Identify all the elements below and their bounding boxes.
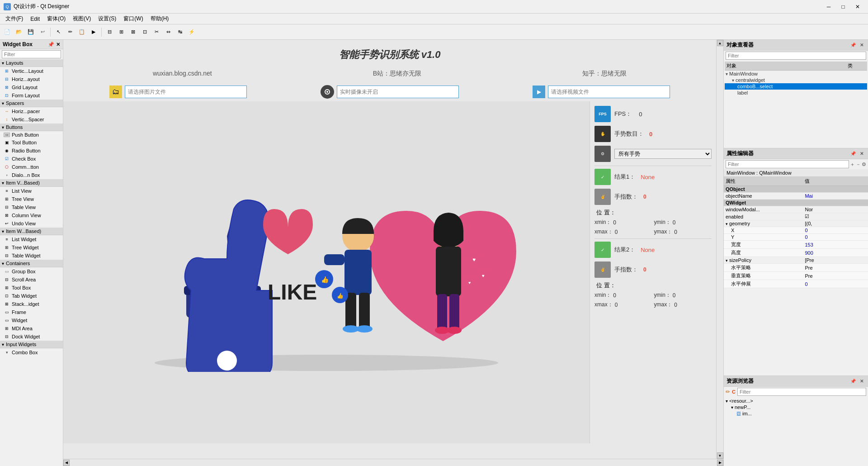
widget-mdi-area[interactable]: ⊞ MDI Area <box>0 324 63 333</box>
gesture-type-select[interactable]: 所有手势 <box>614 149 712 159</box>
widget-tool-box[interactable]: ⊞ Tool Box <box>0 284 63 292</box>
category-spacers[interactable]: Spacers <box>0 100 63 107</box>
prop-row-objectname[interactable]: objectName Mai <box>724 193 868 200</box>
camera-status-input[interactable] <box>337 86 459 98</box>
tree-row-label[interactable]: label <box>725 90 867 96</box>
widget-stacked-widget[interactable]: ⊠ Stack...idget <box>0 300 63 308</box>
widget-scroll-area[interactable]: ⊟ Scroll Area <box>0 276 63 284</box>
object-inspector-filter-input[interactable] <box>726 52 866 60</box>
category-item-widgets[interactable]: Item W...Based) <box>0 228 63 235</box>
widget-form-layout[interactable]: ⊡ Form Layout <box>0 91 63 100</box>
tb-signals[interactable]: ⚡ <box>186 27 197 38</box>
video-select-button[interactable]: ▶ <box>533 86 545 98</box>
tb-widget-edit[interactable]: ✏ <box>65 27 75 38</box>
property-remove-icon[interactable]: － <box>856 161 861 168</box>
widget-undo-view[interactable]: ↩ Undo View <box>0 219 63 228</box>
menu-window[interactable]: 窗口(W) <box>120 14 146 24</box>
widget-dialog-button[interactable]: ▫ Dialo...n Box <box>0 171 63 179</box>
tb-adjust[interactable]: ⇔ <box>163 27 174 38</box>
prop-row-geometry[interactable]: ▾ geometry [(0, <box>724 220 868 227</box>
widget-horiz-layout[interactable]: ⊟ Horiz...ayout <box>0 75 63 83</box>
widget-dock-widget[interactable]: ⊟ Dock Widget <box>0 333 63 341</box>
maximize-button[interactable]: □ <box>836 2 850 11</box>
property-add-icon[interactable]: ＋ <box>850 161 855 168</box>
widget-box-filter-input[interactable] <box>2 50 61 58</box>
widget-grid-layout[interactable]: ⊠ Grid Layout <box>0 83 63 91</box>
tree-row-combob[interactable]: comboB...select <box>725 83 867 90</box>
form-canvas[interactable]: 智能手势识别系统 v1.0 wuxian.blog.csdn.net B站：思绪… <box>63 40 716 459</box>
prop-row-windowmodal[interactable]: windowModal... Nor <box>724 206 868 213</box>
widget-horiz-spacer[interactable]: ↔ Horiz...pacer <box>0 107 63 115</box>
resource-tree-im[interactable]: 🖼 im... <box>725 410 867 417</box>
category-buttons[interactable]: Buttons <box>0 124 63 131</box>
tb-save[interactable]: 💾 <box>25 27 36 38</box>
menu-settings[interactable]: 设置(S) <box>94 14 120 24</box>
property-editor-close-icon[interactable]: ✕ <box>858 150 865 157</box>
menu-view[interactable]: 视图(V) <box>69 14 94 24</box>
widget-group-box[interactable]: ▭ Group Box <box>0 267 63 276</box>
widget-combo-box[interactable]: ▾ Combo Box <box>0 348 63 357</box>
menu-form[interactable]: 窗体(O) <box>43 14 69 24</box>
tb-vlayout[interactable]: ⊞ <box>116 27 127 38</box>
prop-row-x[interactable]: X 0 <box>724 227 868 234</box>
widget-box-pin-icon[interactable]: 📌 <box>48 42 54 48</box>
minimize-button[interactable]: ─ <box>822 2 835 11</box>
widget-column-view[interactable]: ⊠ Column View <box>0 211 63 219</box>
widget-frame[interactable]: ▭ Frame <box>0 308 63 316</box>
prop-row-hpolicy[interactable]: 水平策略 Pre <box>724 264 868 272</box>
prop-row-height[interactable]: 高度 900 <box>724 249 868 257</box>
widget-tool-button[interactable]: ▣ Tool Button <box>0 138 63 147</box>
tb-break[interactable]: ✂ <box>151 27 162 38</box>
prop-row-vpolicy[interactable]: 垂直策略 Pre <box>724 272 868 280</box>
object-inspector-close-icon[interactable]: ✕ <box>858 42 865 49</box>
image-select-button[interactable]: 🗂 <box>109 86 122 98</box>
category-containers[interactable]: Containers <box>0 260 63 267</box>
scroll-right-btn[interactable]: ▶ <box>717 460 723 466</box>
widget-tree-widget[interactable]: ⊞ Tree Widget <box>0 243 63 252</box>
object-inspector-float-icon[interactable]: 📌 <box>849 42 857 49</box>
tb-hlayout[interactable]: ⊟ <box>104 27 115 38</box>
widget-tab-widget[interactable]: ⊡ Tab Widget <box>0 292 63 300</box>
scroll-up-btn[interactable]: ▲ <box>717 40 723 46</box>
widget-command-button[interactable]: ⬡ Comm...tton <box>0 163 63 171</box>
widget-list-view[interactable]: ≡ List View <box>0 187 63 195</box>
prop-row-hstretch[interactable]: 水平伸展 0 <box>724 280 868 288</box>
menu-edit[interactable]: Edit <box>27 15 43 23</box>
resource-browser-close-icon[interactable]: ✕ <box>858 378 865 385</box>
tb-new[interactable]: 📄 <box>2 27 13 38</box>
widget-list-widget[interactable]: ≡ List Widget <box>0 235 63 243</box>
menu-help[interactable]: 帮助(H) <box>147 14 173 24</box>
widget-check-box[interactable]: ☑ Check Box <box>0 155 63 163</box>
widget-vertic-spacer[interactable]: ↕ Vertic...Spacer <box>0 115 63 124</box>
widget-table-view[interactable]: ⊟ Table View <box>0 203 63 211</box>
resource-filter-input[interactable] <box>737 388 866 396</box>
tb-pointer[interactable]: ↖ <box>53 27 64 38</box>
tb-undo[interactable]: ↩ <box>37 27 48 38</box>
tb-preview[interactable]: ▶ <box>88 27 99 38</box>
tb-open[interactable]: 📂 <box>14 27 24 38</box>
property-configure-icon[interactable]: ⚙ <box>862 162 866 167</box>
prop-row-y[interactable]: Y 0 <box>724 234 868 241</box>
resource-tree-newp[interactable]: ▾ newP... <box>725 404 867 410</box>
tb-form-edit[interactable]: 📋 <box>76 27 87 38</box>
prop-row-enabled[interactable]: enabled ☑ <box>724 213 868 220</box>
video-path-input[interactable] <box>548 86 670 98</box>
widget-vertic-layout[interactable]: ⊞ Vertic...Layout <box>0 67 63 75</box>
resource-browser-float-icon[interactable]: 📌 <box>849 378 857 385</box>
tree-row-mainwindow[interactable]: ▾ MainWindow <box>725 71 867 77</box>
close-button[interactable]: ✕ <box>851 2 864 11</box>
widget-tree-view[interactable]: ⊞ Tree View <box>0 195 63 203</box>
prop-row-sizepolicy[interactable]: ▾ sizePolicy [Pre <box>724 257 868 264</box>
canvas-h-scrollbar[interactable]: ◀ ▶ <box>63 459 723 466</box>
widget-radio-button[interactable]: ◉ Radio Button <box>0 147 63 155</box>
tb-tab-order[interactable]: ↹ <box>175 27 185 38</box>
widget-box-close-icon[interactable]: ✕ <box>56 42 60 48</box>
image-path-input[interactable] <box>125 86 247 98</box>
widget-widget[interactable]: ▭ Widget <box>0 316 63 324</box>
tree-row-centralwidget[interactable]: ▾ centralwidget <box>725 77 867 83</box>
tb-grid[interactable]: ⊠ <box>127 27 138 38</box>
property-editor-float-icon[interactable]: 📌 <box>849 150 857 157</box>
category-layouts[interactable]: Layouts <box>0 59 63 67</box>
property-filter-input[interactable] <box>726 160 849 168</box>
category-item-views[interactable]: Item V...Based) <box>0 179 63 187</box>
